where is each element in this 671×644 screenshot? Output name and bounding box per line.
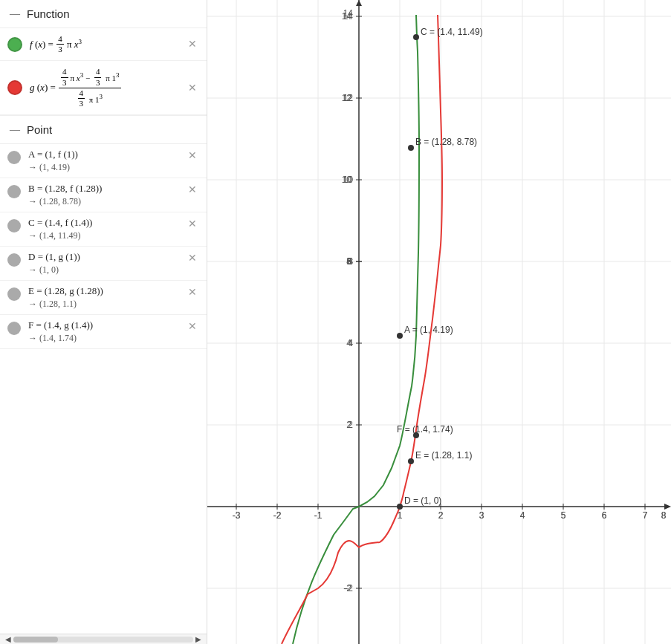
point-label-D: D = (1, 0) [404,495,441,506]
point-color-E [7,287,21,301]
point-color-D [7,253,21,267]
svg-text:14: 14 [342,11,352,22]
svg-text:1: 1 [398,510,403,521]
point-label-E: E = (1.28, 1.1) [415,450,472,461]
point-item-C: C = (1.4, f (1.4)) → (1.4, 11.49) ✕ [0,212,207,247]
graph-svg: -3 -2 -1 1 2 3 4 5 6 7 8 14 12 10 8 4 10… [207,0,671,644]
point-content-B: B = (1.28, f (1.28)) → (1.28, 8.78) [28,183,183,207]
point-value-A: → (1, 4.19) [28,162,183,173]
point-list: A = (1, f (1)) → (1, 4.19) ✕ B = (1.28, … [0,144,207,634]
point-marker-B [408,145,414,151]
point-value-B: → (1.28, 8.78) [28,196,183,207]
scrollbar-track[interactable] [13,637,193,643]
point-value-C: → (1.4, 11.49) [28,230,183,241]
point-def-E: E = (1.28, g (1.28)) [28,285,183,297]
graph-area[interactable]: -3 -2 -1 1 2 3 4 5 6 7 8 14 12 10 8 4 10… [207,0,671,644]
point-item-F: F = (1.4, g (1.4)) → (1.4, 1.74) ✕ [0,315,207,349]
point-content-F: F = (1.4, g (1.4)) → (1.4, 1.74) [28,319,183,344]
remove-point-F-button[interactable]: ✕ [186,319,199,333]
remove-point-B-button[interactable]: ✕ [186,183,199,196]
remove-point-C-button[interactable]: ✕ [186,217,199,230]
color-indicator-f[interactable] [7,37,22,52]
point-label-B: B = (1.28, 8.78) [415,137,477,147]
formula-f: f (x) = 4 3 π x3 [30,34,183,54]
svg-text:6: 6 [602,510,607,521]
point-content-E: E = (1.28, g (1.28)) → (1.28, 1.1) [28,285,183,310]
svg-text:8: 8 [661,510,667,521]
formula-g: g (x) = 43 π x3 − 43 π 13 43 π 13 [30,67,183,108]
point-color-A [7,151,21,164]
function-item-g: g (x) = 43 π x3 − 43 π 13 43 π 13 [0,61,207,115]
point-value-E: → (1.28, 1.1) [28,299,183,310]
point-content-A: A = (1, f (1)) → (1, 4.19) [28,149,183,173]
point-color-F [7,322,21,335]
svg-text:-1: -1 [314,510,322,521]
point-label-F: F = (1.4, 1.74) [397,424,453,435]
point-marker-E [408,458,414,464]
point-color-B [7,185,21,198]
formula-f-main: f (x) = 4 3 π x3 [30,34,82,54]
point-label-A: A = (1, 4.19) [404,325,453,335]
svg-text:7: 7 [643,510,648,521]
remove-function-f-button[interactable]: ✕ [186,38,199,51]
point-marker-A [397,333,403,339]
remove-point-E-button[interactable]: ✕ [186,285,199,299]
point-item-A: A = (1, f (1)) → (1, 4.19) ✕ [0,144,207,178]
collapse-point-icon[interactable]: — [9,124,21,136]
point-label-C: C = (1.4, 11.49) [421,27,483,37]
point-content-C: C = (1.4, f (1.4)) → (1.4, 11.49) [28,217,183,241]
scrollbar-thumb[interactable] [13,637,58,643]
svg-text:5: 5 [561,510,566,521]
collapse-function-icon[interactable]: — [9,8,21,20]
function-list: f (x) = 4 3 π x3 ✕ g (x) = 43 [0,28,207,116]
point-content-D: D = (1, g (1)) → (1, 0) [28,251,183,276]
svg-text:3: 3 [479,510,484,521]
color-indicator-g[interactable] [7,80,22,95]
function-item-f: f (x) = 4 3 π x3 ✕ [0,28,207,61]
svg-text:4: 4 [520,510,525,521]
scroll-left-arrow[interactable]: ◀ [3,634,13,645]
formula-g-main: g (x) = 43 π x3 − 43 π 13 43 π 13 [30,67,122,108]
svg-text:4: 4 [346,338,351,348]
svg-text:10: 10 [342,175,352,185]
point-def-A: A = (1, f (1)) [28,149,183,160]
point-value-D: → (1, 0) [28,264,183,276]
remove-function-g-button[interactable]: ✕ [186,81,199,94]
function-section-title: Function [27,7,70,20]
point-value-F: → (1.4, 1.74) [28,333,183,344]
sidebar-scrollbar[interactable]: ◀ ▶ [0,634,207,644]
point-section-title: Point [27,123,52,136]
point-def-B: B = (1.28, f (1.28)) [28,183,183,195]
svg-text:-2: -2 [343,583,351,593]
remove-point-A-button[interactable]: ✕ [186,149,199,162]
point-marker-C [413,34,419,40]
function-section-header: — Function [0,0,207,28]
point-item-B: B = (1.28, f (1.28)) → (1.28, 8.78) ✕ [0,178,207,212]
scroll-right-arrow[interactable]: ▶ [193,634,204,645]
point-item-E: E = (1.28, g (1.28)) → (1.28, 1.1) ✕ [0,281,207,315]
point-def-D: D = (1, g (1)) [28,251,183,263]
point-item-D: D = (1, g (1)) → (1, 0) ✕ [0,247,207,281]
sidebar: — Function f (x) = 4 3 π x3 ✕ [0,0,207,644]
svg-text:2: 2 [438,510,444,521]
point-section-header: — Point [0,116,207,144]
remove-point-D-button[interactable]: ✕ [186,251,199,264]
svg-text:-2: -2 [273,510,282,521]
point-def-F: F = (1.4, g (1.4)) [28,319,183,331]
svg-text:12: 12 [342,93,352,103]
svg-text:-3: -3 [233,510,241,521]
point-def-C: C = (1.4, f (1.4)) [28,217,183,229]
svg-text:6: 6 [346,256,351,267]
svg-text:2: 2 [346,420,351,430]
point-color-C [7,219,21,232]
